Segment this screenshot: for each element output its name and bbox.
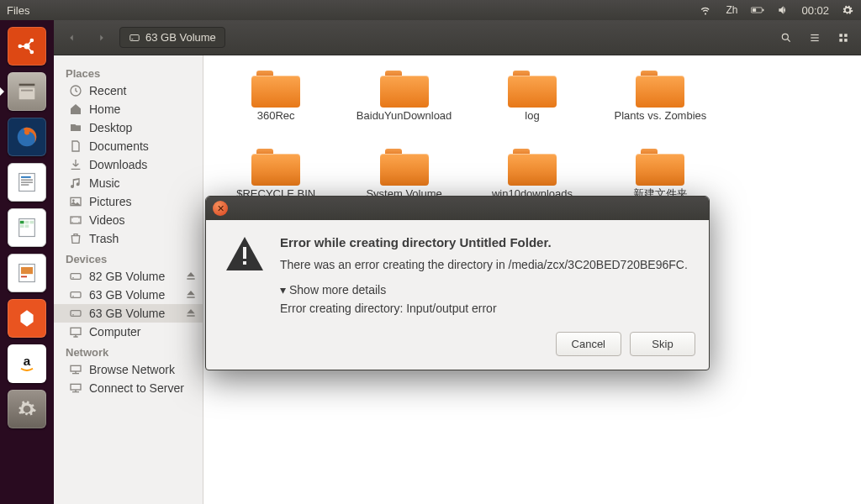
wifi-icon[interactable] — [699, 4, 712, 16]
folder-icon — [508, 67, 557, 108]
folder-icon — [251, 67, 300, 108]
nav-forward-button[interactable] — [89, 25, 114, 50]
eject-icon[interactable] — [184, 306, 198, 322]
sidebar-item-label: Browse Network — [89, 363, 175, 376]
volume-icon[interactable] — [776, 4, 790, 16]
folder-icon — [380, 145, 429, 186]
launcher-writer[interactable] — [6, 161, 48, 203]
svg-point-42 — [78, 218, 79, 218]
nav-back-button[interactable] — [59, 25, 84, 50]
folder-item[interactable]: Plants vs. Zombies — [597, 67, 723, 137]
sidebar-item-label: Downloads — [89, 158, 147, 171]
launcher-calc[interactable] — [6, 207, 48, 249]
clock[interactable]: 00:02 — [801, 4, 829, 17]
launcher-files[interactable] — [6, 71, 48, 113]
svg-rect-44 — [71, 274, 81, 280]
folder-item[interactable]: log — [469, 67, 595, 137]
folder-icon — [636, 145, 684, 186]
view-grid-button[interactable] — [831, 25, 856, 50]
sidebar-item[interactable]: Trash — [54, 229, 203, 248]
svg-point-40 — [71, 218, 72, 218]
eject-icon[interactable] — [184, 269, 198, 285]
sidebar-item[interactable]: 63 GB Volume — [54, 304, 203, 323]
svg-rect-8 — [19, 87, 35, 99]
expander-label: Show more details — [289, 283, 386, 297]
sidebar-item[interactable]: Videos — [54, 211, 203, 229]
sidebar-head-network: Network — [54, 341, 203, 360]
svg-rect-2 — [753, 8, 756, 12]
svg-text:a: a — [24, 354, 31, 368]
sidebar-item[interactable]: Browse Network — [54, 360, 203, 379]
svg-rect-47 — [72, 296, 74, 297]
svg-rect-53 — [243, 247, 246, 259]
sidebar-item-label: Computer — [89, 325, 140, 339]
sidebar-head-places: Places — [54, 62, 203, 81]
svg-rect-46 — [71, 292, 81, 298]
eject-icon[interactable] — [184, 287, 198, 303]
sidebar-item[interactable]: Downloads — [54, 155, 203, 174]
svg-rect-29 — [811, 34, 818, 34]
svg-rect-23 — [21, 267, 33, 274]
svg-rect-48 — [71, 311, 81, 317]
launcher-settings[interactable] — [6, 388, 48, 430]
svg-rect-26 — [130, 34, 140, 40]
input-method-indicator[interactable]: Zh — [724, 4, 739, 16]
top-menubar: Files Zh 00:02 — [0, 0, 861, 20]
dialog-titlebar[interactable]: ✕ — [206, 197, 709, 220]
svg-rect-1 — [763, 9, 764, 11]
svg-point-43 — [78, 222, 79, 223]
sidebar-item[interactable]: Recent — [54, 81, 203, 100]
sidebar-item[interactable]: Music — [54, 174, 203, 192]
svg-rect-52 — [71, 384, 81, 390]
folder-item[interactable]: BaiduYunDownload — [341, 67, 467, 137]
launcher-dash[interactable] — [6, 25, 48, 67]
gear-icon[interactable] — [841, 4, 854, 16]
cancel-button[interactable]: Cancel — [556, 332, 621, 356]
folder-label: log — [469, 109, 595, 137]
battery-icon[interactable] — [751, 4, 764, 16]
unity-launcher: a — [0, 20, 54, 504]
svg-rect-50 — [71, 328, 81, 334]
sidebar-item[interactable]: Documents — [54, 137, 203, 155]
view-list-button[interactable] — [802, 25, 827, 50]
sidebar-item-label: Documents — [89, 139, 149, 153]
launcher-impress[interactable] — [6, 252, 48, 294]
sidebar-item-label: 63 GB Volume — [89, 307, 165, 320]
svg-rect-21 — [25, 225, 29, 228]
launcher-software[interactable] — [6, 297, 48, 339]
location-path[interactable]: 63 GB Volume — [119, 27, 225, 48]
svg-rect-34 — [839, 39, 843, 42]
dialog-close-button[interactable]: ✕ — [213, 201, 228, 216]
folder-label: 360Rec — [213, 109, 339, 137]
launcher-amazon[interactable]: a — [6, 343, 48, 385]
dialog-message: There was an error creating the director… — [280, 258, 690, 271]
svg-rect-20 — [20, 225, 24, 228]
warning-icon — [224, 235, 265, 315]
sidebar-item[interactable]: Computer — [54, 323, 203, 341]
search-button[interactable] — [774, 25, 799, 50]
skip-button[interactable]: Skip — [630, 332, 695, 356]
dialog-heading: Error while creating directory Untitled … — [280, 235, 690, 249]
sidebar-item-label: 82 GB Volume — [89, 270, 165, 283]
folder-icon — [508, 145, 557, 186]
svg-rect-33 — [844, 34, 848, 37]
svg-rect-32 — [839, 34, 843, 37]
svg-rect-35 — [844, 39, 848, 42]
svg-rect-31 — [811, 39, 818, 40]
dialog-show-details[interactable]: ▾ Show more details — [280, 283, 690, 297]
sidebar-item[interactable]: Desktop — [54, 118, 203, 137]
dialog-detail: Error creating directory: Input/output e… — [280, 302, 690, 315]
sidebar-item[interactable]: 82 GB Volume — [54, 267, 203, 286]
svg-point-28 — [782, 34, 788, 39]
folder-item[interactable]: 360Rec — [213, 67, 339, 137]
svg-rect-17 — [20, 221, 24, 224]
folder-icon — [251, 145, 300, 186]
sidebar-item[interactable]: Home — [54, 100, 203, 118]
sidebar-item-label: 63 GB Volume — [89, 288, 165, 302]
sidebar-item[interactable]: Pictures — [54, 192, 203, 211]
sidebar-item-label: Connect to Server — [89, 381, 184, 395]
sidebar-item[interactable]: 63 GB Volume — [54, 286, 203, 304]
svg-rect-15 — [21, 184, 29, 185]
launcher-firefox[interactable] — [6, 116, 48, 158]
sidebar-item[interactable]: Connect to Server — [54, 379, 203, 397]
